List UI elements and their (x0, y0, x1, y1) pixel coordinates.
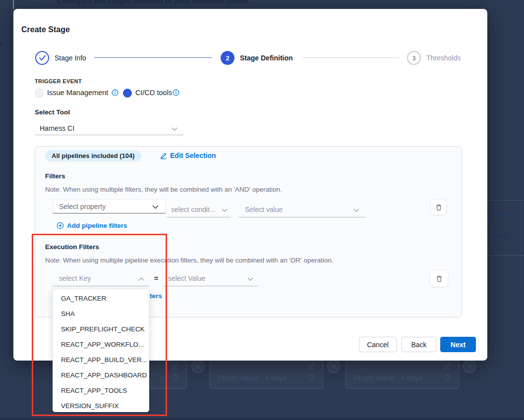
tool-select-value: Harness CI (40, 124, 74, 132)
add-pipeline-filters-label: Add pipeline filters (67, 222, 127, 229)
modal-title: Create Stage (21, 25, 70, 34)
target-value-label: Target Value - 4 days (215, 373, 289, 382)
info-icon[interactable] (173, 89, 179, 96)
radio-cicd-tools[interactable] (123, 89, 132, 98)
target-value-label: Target Value - 4 days (350, 373, 425, 382)
stepper-connector-done (94, 57, 212, 58)
chevron-down-icon (152, 205, 159, 209)
connector-dash (476, 366, 481, 367)
tool-select[interactable]: Harness CI (35, 122, 184, 135)
radio-label-cicd-tools[interactable]: CI/CD tools (135, 89, 172, 97)
info-icon[interactable] (112, 89, 118, 96)
chevron-down-icon (353, 209, 359, 212)
delete-execution-filter-button[interactable] (430, 270, 448, 287)
radio-issue-management[interactable] (35, 89, 44, 98)
edit-icon (172, 363, 178, 370)
edit-icon (160, 152, 167, 159)
filter-property-select[interactable]: Select property (53, 199, 166, 213)
edit-icon (308, 363, 315, 370)
step-label: Stage Info (55, 54, 86, 62)
radio-label-issue-management[interactable]: Issue Management (47, 89, 108, 97)
execution-value-select[interactable]: select Value (163, 272, 258, 286)
connector-dash (341, 366, 345, 367)
trash-icon (172, 373, 178, 381)
edit-selection-label: Edit Selection (170, 152, 216, 159)
stepper-step-stage-info[interactable]: Stage Info (35, 51, 86, 65)
background-right-dashed-line (487, 255, 524, 256)
filters-heading: Filters (45, 172, 65, 180)
chevron-down-icon (172, 127, 177, 131)
back-button[interactable]: Back (402, 337, 436, 352)
add-stage-button: + (191, 360, 204, 373)
stepper-step-thresholds[interactable]: 3 Thresholds (407, 51, 461, 65)
connector-dash (187, 366, 191, 367)
next-button[interactable]: Next (440, 337, 476, 352)
check-icon (39, 55, 46, 61)
step-active-circle: 2 (221, 51, 234, 65)
trash-icon (444, 373, 451, 381)
background-right-divider (487, 200, 524, 201)
background-right-cell: et Value - 1 (483, 232, 524, 240)
background-right-vline (521, 200, 522, 287)
execution-value-placeholder: select Value (168, 274, 205, 282)
filters-note: Note: When using multiple filters, they … (45, 186, 282, 193)
pipelines-summary-chip[interactable]: All pipelines included (104) (45, 150, 141, 161)
connector-dash (323, 366, 327, 367)
chevron-down-icon (222, 209, 228, 212)
filter-property-placeholder: Select property (59, 203, 106, 210)
add-stage-button: + (463, 360, 476, 373)
step-label: Stage Definition (240, 54, 293, 62)
select-tool-label: Select Tool (35, 108, 70, 116)
stepper-step-stage-definition[interactable]: 2 Stage Definition (221, 51, 293, 65)
plus-circle-icon (57, 222, 64, 229)
connector-dash (459, 366, 463, 367)
delete-filter-button[interactable] (430, 199, 447, 215)
step-label: Thresholds (426, 54, 461, 62)
trash-icon (436, 275, 443, 282)
cancel-button[interactable]: Cancel (359, 337, 397, 352)
trash-icon (308, 373, 315, 381)
filter-condition-select[interactable]: select condit... (167, 204, 231, 217)
trash-icon (435, 204, 442, 211)
step-upcoming-circle: 3 (407, 51, 421, 65)
add-stage-button: + (327, 360, 340, 373)
chevron-down-icon (247, 277, 253, 281)
step-completed-circle (35, 51, 49, 65)
add-pipeline-filters-link[interactable]: Add pipeline filters (57, 222, 127, 229)
connector-dash (205, 366, 209, 367)
edit-icon (444, 363, 451, 370)
filter-condition-placeholder: select condit... (171, 206, 216, 213)
annotation-highlight-rectangle (32, 234, 167, 416)
background-right-header: Approval Ti (485, 210, 524, 226)
filter-value-select[interactable]: Select value (238, 204, 365, 217)
background-bottom-strip (0, 418, 524, 420)
trigger-event-label: TRIGGER EVENT (35, 78, 82, 84)
filter-value-placeholder: Select value (245, 206, 283, 213)
background-banner-text: Configure the stages involved in your wo… (57, 0, 249, 5)
edit-selection-link[interactable]: Edit Selection (160, 152, 216, 159)
background-panel-edge (13, 0, 14, 9)
stepper-connector-upcoming (301, 57, 400, 58)
background-left-fragment: Y (0, 41, 3, 49)
